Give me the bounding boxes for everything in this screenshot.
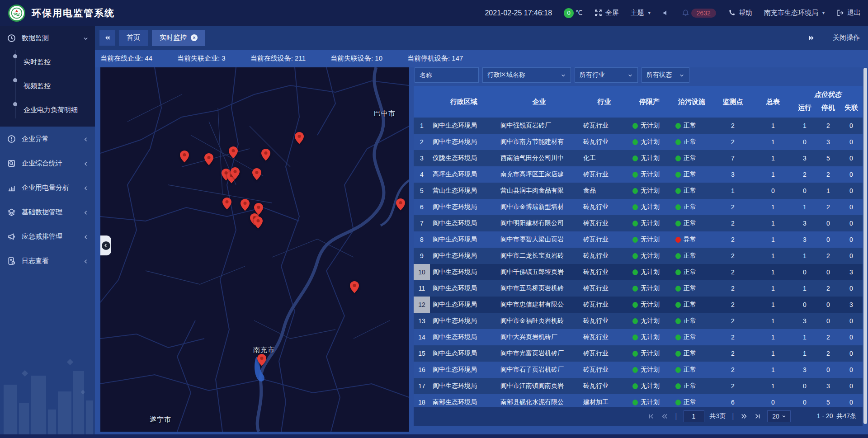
fullscreen-button[interactable]: 全屏 [594,9,619,17]
table-row[interactable]: 11 阆中生态环境局 阆中市五马桥页岩机砖 砖瓦行业 无计划 正常 2 1 1 … [414,280,863,297]
sidebar-item-logs[interactable]: 日志查看 [0,249,95,273]
table-row[interactable]: 4 高坪生态环境局 南充市高坪区王家店建 砖瓦行业 无计划 正常 3 1 2 2… [414,166,863,183]
cell-meters: 1 [753,252,793,259]
vertical-scrollbar[interactable] [863,68,867,424]
sidebar-item-base-data[interactable]: 基础数据管理 [0,200,95,224]
cell-company: 阆中市金博瑞新型墙材 [498,203,580,211]
tab-首页[interactable]: 首页 [119,30,148,46]
sidebar-item-power-analysis[interactable]: 企业用电量分析 [0,175,95,200]
cell-meters: 1 [753,138,793,146]
map-pin[interactable] [204,153,213,165]
map-pin[interactable] [261,149,270,161]
theme-dropdown[interactable]: 主题 ▾ [631,9,651,17]
next-page-button[interactable] [740,412,748,420]
map-pin[interactable] [295,132,304,144]
cell-points: 2 [712,203,753,211]
tab-实时监控[interactable]: 实时监控× [152,30,205,46]
status-dot-green [675,383,681,389]
megaphone-icon [7,232,16,241]
table-row[interactable]: 13 阆中生态环境局 阆中市金福旺页岩机砖 砖瓦行业 无计划 正常 2 1 3 … [414,313,863,329]
org-dropdown[interactable]: 南充市生态环境局 ▾ [764,9,825,17]
table-row[interactable]: 7 阆中生态环境局 阆中明阳建材有限公司 砖瓦行业 无计划 正常 2 1 3 0… [414,215,863,231]
cell-meters: 1 [753,203,793,211]
status-dot-green [632,221,638,226]
fullscreen-icon [594,9,602,17]
sidebar-subitem[interactable]: 实时监控 [0,50,95,74]
status-dot-green [632,172,638,178]
map-collapse-handle[interactable] [100,235,111,255]
row-index: 12 [414,297,430,313]
sidebar-item-emergency[interactable]: 应急减排管理 [0,224,95,249]
bullet-dot-icon [13,102,17,106]
table-row[interactable]: 1 阆中生态环境局 阆中强锐页岩砖厂 砖瓦行业 无计划 正常 2 1 1 2 0 [414,118,863,134]
name-search-input[interactable] [415,67,479,83]
close-icon[interactable]: × [191,34,198,41]
cell-industry: 砖瓦行业 [580,219,628,227]
cell-stopped: 2 [816,350,840,357]
map-pin[interactable] [254,217,263,229]
cell-company: 阆中市金福旺页岩机砖 [498,317,580,325]
map-pin[interactable] [222,198,231,210]
cell-industry: 砖瓦行业 [580,284,628,292]
table-row[interactable]: 8 阆中生态环境局 阆中市枣碧大梁山页岩 砖瓦行业 无计划 异常 2 1 3 0… [414,231,863,248]
table-row[interactable]: 9 阆中生态环境局 阆中市二龙长宝页岩砖 砖瓦行业 无计划 正常 2 1 1 2… [414,248,863,264]
sidebar-item-company-stats[interactable]: 企业综合统计 [0,151,95,175]
map-pin[interactable] [350,281,359,293]
table-row[interactable]: 3 仪陇生态环境局 西南油气田分公司川中 化工 无计划 正常 7 1 3 5 0 [414,150,863,166]
status-dot-green [675,188,681,194]
table-row[interactable]: 17 阆中生态环境局 阆中市江南镇阆南页岩 砖瓦行业 无计划 正常 2 1 0 … [414,378,863,394]
table-row[interactable]: 14 阆中生态环境局 阆中大兴页岩机砖厂 砖瓦行业 无计划 正常 2 1 1 2… [414,329,863,345]
table-row[interactable]: 15 阆中生态环境局 阆中市光富页岩机砖厂 砖瓦行业 无计划 正常 2 1 1 … [414,345,863,362]
tab-bar: 首页实时监控× 关闭操作 [95,26,868,50]
table-row[interactable]: 5 营山生态环境局 营山县润丰肉食品有限 食品 无计划 正常 1 0 0 1 0 [414,183,863,199]
map-roads [100,67,409,432]
cell-points: 2 [712,366,753,373]
mute-button[interactable] [662,9,670,17]
map-pin[interactable] [257,354,266,366]
industry-select[interactable]: 所有行业 [575,67,638,83]
map-pin[interactable] [252,168,261,180]
sidebar-item-company-abnormal[interactable]: 企业异常 [0,127,95,151]
cell-company: 阆中市江南镇阆南页岩 [498,382,580,390]
map-pin[interactable] [231,167,240,179]
region-select[interactable]: 行政区域名称 [482,67,571,83]
map-panel[interactable]: 巴中市南充市遂宁市 [100,67,409,432]
page-number-input[interactable]: 1 [684,410,704,422]
prev-page-button[interactable] [660,412,669,420]
map-pin[interactable] [241,199,250,211]
sidebar-subitem[interactable]: 企业电力负荷明细 [0,98,95,122]
sidebar-subitem[interactable]: 视频监控 [0,74,95,98]
cell-region: 阆中生态环境局 [430,382,498,390]
tabs-scroll-right-button[interactable] [804,30,819,46]
cell-offline: 0 [840,334,863,341]
table-row[interactable]: 16 阆中生态环境局 阆中市石子页岩机砖厂 砖瓦行业 无计划 正常 2 1 3 … [414,362,863,378]
table-row[interactable]: 18 南部生态环境局 南部县砚化水泥有限公 建材加工 无计划 正常 6 0 0 … [414,394,863,407]
cell-running: 0 [793,301,816,308]
status-select[interactable]: 所有状态 [642,67,689,83]
page-size-select[interactable]: 20 [767,410,791,422]
map-pin[interactable] [180,151,189,163]
table-row[interactable]: 10 阆中生态环境局 阆中千佛镇五郎垭页岩 砖瓦行业 无计划 正常 2 1 0 … [414,264,863,280]
cell-facility-status: 正常 [671,366,712,374]
tabs-scroll-left-button[interactable] [99,30,115,46]
phone-icon [728,9,736,17]
cell-running: 3 [793,366,816,373]
row-index: 11 [414,280,430,297]
status-dot-green [632,253,638,259]
logout-button[interactable]: 退出 [836,9,861,17]
table-row[interactable]: 2 阆中生态环境局 阆中市南方节能建材有 砖瓦行业 无计划 正常 2 1 0 3… [414,134,863,150]
table-row[interactable]: 6 阆中生态环境局 阆中市金博瑞新型墙材 砖瓦行业 无计划 正常 2 1 1 2… [414,199,863,215]
map-pin[interactable] [229,146,238,159]
status-dot-green [675,334,681,340]
sidebar-item-data-monitor[interactable]: 数据监测 [0,26,95,50]
notifications[interactable]: 2632 [682,9,716,18]
row-index: 13 [414,313,430,329]
close-operations-button[interactable]: 关闭操作 [833,33,860,42]
help-button[interactable]: 帮助 [728,9,752,17]
last-page-button[interactable] [754,412,762,420]
map-pin[interactable] [396,198,405,211]
first-page-button[interactable] [647,412,655,420]
cell-offline: 0 [840,155,863,162]
table-row[interactable]: 12 阆中生态环境局 阆中市忠信建材有限公 砖瓦行业 无计划 正常 2 1 0 … [414,297,863,313]
status-dot-green [632,383,638,389]
